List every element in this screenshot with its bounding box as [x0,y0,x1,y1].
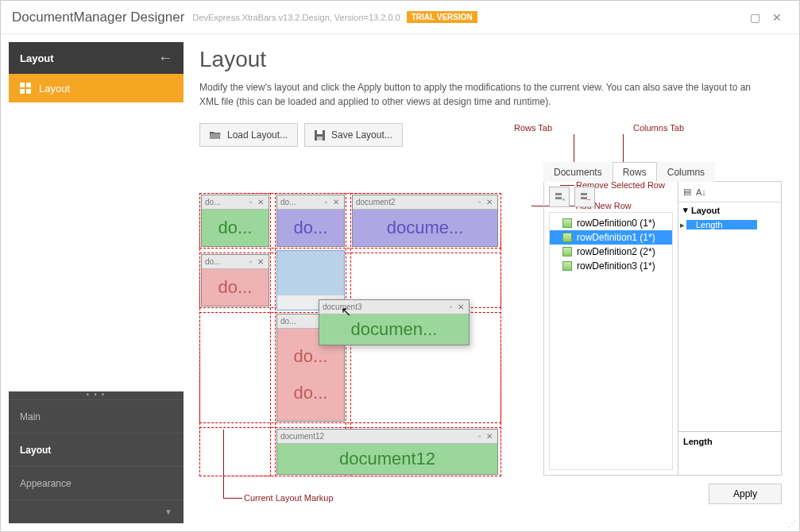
trial-badge: TRIAL VERSION [407,11,477,23]
tree-row[interactable]: rowDefinition1 (1*) [550,230,672,245]
tree-row[interactable]: rowDefinition2 (2*) [550,245,672,259]
assembly-subtitle: DevExpress.XtraBars.v13.2.Design, Versio… [192,13,400,22]
sidebar-header: Layout ← [9,42,184,74]
tile-controls-icon[interactable]: ▫ ✕ [450,303,466,311]
folder-open-icon [210,130,221,140]
tile-document12[interactable]: document12▫ ✕ document12 [276,429,498,475]
sidebar-item-layout[interactable]: Layout [9,74,184,102]
load-layout-button[interactable]: Load Layout... [199,123,298,147]
row-def-icon [562,233,572,242]
resize-grip-icon[interactable]: ⋰ [788,519,796,528]
sidebar: Layout ← Layout • • • Main Layout Appear… [1,34,191,531]
remove-row-button[interactable]: − [574,187,595,207]
svg-rect-11 [581,197,587,199]
svg-rect-7 [555,193,562,195]
tree-row[interactable]: rowDefinition0 (1*) [550,216,672,230]
tree-row[interactable]: rowDefinition3 (1*) [550,259,672,273]
apply-button[interactable]: Apply [709,484,782,504]
property-grid: ▤ A↓ ▾Layout ▸ Length Length [678,182,781,475]
sidebar-item-label: Layout [39,83,70,94]
svg-text:−: − [587,196,590,202]
maximize-button[interactable]: ▢ [744,11,766,24]
tile-controls-icon[interactable]: ▫ ✕ [249,257,265,266]
categorized-icon[interactable]: ▤ [683,187,691,197]
svg-rect-10 [581,193,587,195]
designer-window: DocumentManager Designer DevExpress.Xtra… [0,0,800,532]
save-icon [315,130,325,141]
layout-icon [20,83,31,94]
property-description: Length [678,431,781,475]
page-description: Modify the view's layout and click the A… [199,80,756,109]
sidebar-cat-appearance[interactable]: Appearance [9,466,184,499]
svg-rect-0 [20,83,25,87]
layout-toolbar: Load Layout... Save Layout... [199,123,782,147]
back-arrow-icon[interactable]: ← [158,50,172,67]
collapse-arrow-icon: ▾ [683,205,688,215]
alphabetical-icon[interactable]: A↓ [696,187,706,197]
tile-document3-dragging[interactable]: document3▫ ✕ documen... [319,299,470,345]
app-title: DocumentManager Designer [12,10,184,25]
svg-rect-5 [317,130,323,134]
property-category[interactable]: ▾Layout [678,202,781,218]
row-def-icon [562,247,572,256]
tile-document2[interactable]: document2▫ ✕ docume... [352,195,498,247]
tile-document-row2a[interactable]: do...▫ ✕ do... [201,254,269,306]
svg-rect-3 [26,89,31,94]
titlebar: DocumentManager Designer DevExpress.Xtra… [1,1,799,34]
callout-columns-tab: Columns Tab [633,123,684,133]
tile-controls-icon[interactable]: ▫ ✕ [478,198,494,206]
sidebar-header-title: Layout [20,52,54,64]
add-row-icon: + [554,191,565,202]
expand-arrow-icon: ▸ [678,220,686,230]
definitions-pane: Documents Rows Columns + − [543,161,782,504]
tile-document1[interactable]: do...▫ ✕ do... [276,195,345,247]
svg-rect-6 [317,137,323,141]
tile-controls-icon[interactable]: ▫ ✕ [478,432,494,441]
tile-document0[interactable]: do...▫ ✕ do... [201,195,269,247]
sidebar-cat-main[interactable]: Main [9,399,184,433]
tile-controls-icon[interactable]: ▫ ✕ [249,198,265,206]
definitions-tabs: Documents Rows Columns [543,161,782,182]
row-definitions-tree[interactable]: rowDefinition0 (1*) rowDefinition1 (1*) … [549,212,673,470]
remove-row-icon: − [579,191,590,202]
svg-rect-1 [26,83,31,87]
property-grid-toolbar: ▤ A↓ [678,182,781,202]
tab-documents[interactable]: Documents [543,162,613,182]
tab-columns[interactable]: Columns [657,162,715,182]
sidebar-expand-arrow[interactable]: ▼ [9,499,184,523]
row-def-icon [562,261,572,271]
row-def-icon [562,218,572,228]
callout-current-markup: Current Layout Markup [244,493,334,503]
add-row-button[interactable]: + [549,187,570,207]
svg-rect-8 [555,197,562,199]
page-title: Layout [199,47,782,72]
main-panel: Layout Modify the view's layout and clic… [191,34,799,531]
layout-canvas[interactable]: do...▫ ✕ do... do...▫ ✕ do... document2▫… [199,193,501,479]
svg-text:+: + [562,196,565,202]
close-button[interactable]: ✕ [766,11,788,24]
save-layout-button[interactable]: Save Layout... [304,123,403,147]
svg-rect-2 [20,89,25,94]
callout-rows-tab: Rows Tab [514,123,552,133]
property-row-length[interactable]: ▸ Length [678,218,781,232]
tile-controls-icon[interactable]: ▫ ✕ [325,198,341,206]
tab-rows[interactable]: Rows [613,162,657,182]
sidebar-grip[interactable]: • • • [9,391,184,399]
sidebar-cat-layout[interactable]: Layout [9,433,184,466]
